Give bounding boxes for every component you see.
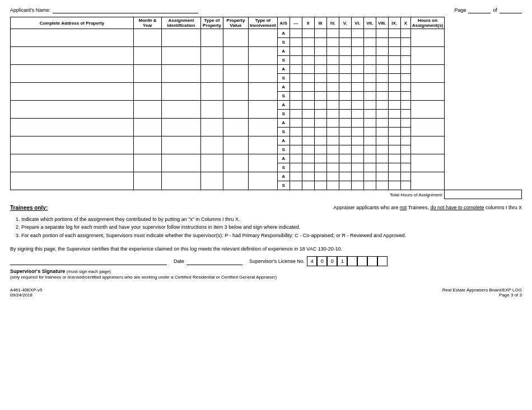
property-value-cell[interactable]	[223, 172, 249, 190]
roman-cell[interactable]	[351, 110, 363, 119]
roman-cell[interactable]	[314, 136, 326, 145]
roman-cell[interactable]	[351, 74, 363, 83]
roman-cell[interactable]	[363, 92, 376, 101]
roman-cell[interactable]	[302, 154, 314, 163]
roman-cell[interactable]	[400, 163, 410, 172]
month-cell[interactable]	[134, 101, 162, 119]
roman-cell[interactable]	[376, 74, 388, 83]
roman-cell[interactable]	[314, 128, 326, 136]
roman-cell[interactable]	[376, 38, 388, 47]
address-cell[interactable]	[11, 47, 134, 65]
roman-cell[interactable]	[351, 181, 363, 190]
roman-cell[interactable]	[351, 83, 363, 92]
type-involvement-cell[interactable]	[249, 136, 278, 154]
roman-cell[interactable]	[339, 92, 351, 101]
roman-cell[interactable]	[290, 163, 302, 172]
property-value-cell[interactable]	[223, 119, 249, 136]
roman-cell[interactable]	[376, 181, 388, 190]
month-cell[interactable]	[134, 47, 162, 65]
address-cell[interactable]	[11, 136, 134, 154]
roman-cell[interactable]	[326, 172, 339, 181]
assignment-cell[interactable]	[162, 172, 201, 190]
roman-cell[interactable]	[290, 92, 302, 101]
address-cell[interactable]	[11, 172, 134, 190]
roman-cell[interactable]	[339, 74, 351, 83]
type-property-cell[interactable]	[201, 83, 223, 101]
roman-cell[interactable]	[363, 83, 376, 92]
property-value-cell[interactable]	[223, 101, 249, 119]
roman-cell[interactable]	[339, 119, 351, 128]
month-cell[interactable]	[134, 119, 162, 136]
roman-cell[interactable]	[290, 154, 302, 163]
roman-cell[interactable]	[314, 110, 326, 119]
roman-cell[interactable]	[363, 128, 376, 136]
roman-cell[interactable]	[290, 65, 302, 74]
roman-cell[interactable]	[400, 119, 410, 128]
address-cell[interactable]	[11, 83, 134, 101]
roman-cell[interactable]	[302, 47, 314, 56]
roman-cell[interactable]	[351, 163, 363, 172]
roman-cell[interactable]	[326, 181, 339, 190]
roman-cell[interactable]	[339, 145, 351, 154]
signature-line[interactable]	[10, 257, 167, 265]
type-property-cell[interactable]	[201, 29, 223, 47]
roman-cell[interactable]	[351, 119, 363, 128]
hours-cell[interactable]	[410, 154, 445, 172]
roman-cell[interactable]	[339, 172, 351, 181]
roman-cell[interactable]	[314, 101, 326, 110]
roman-cell[interactable]	[388, 47, 400, 56]
roman-cell[interactable]	[339, 65, 351, 74]
roman-cell[interactable]	[388, 163, 400, 172]
hours-cell[interactable]	[410, 101, 445, 119]
roman-cell[interactable]	[290, 172, 302, 181]
assignment-cell[interactable]	[162, 65, 201, 83]
type-involvement-cell[interactable]	[249, 47, 278, 65]
roman-cell[interactable]	[351, 128, 363, 136]
roman-cell[interactable]	[339, 83, 351, 92]
roman-cell[interactable]	[351, 145, 363, 154]
roman-cell[interactable]	[302, 110, 314, 119]
roman-cell[interactable]	[363, 154, 376, 163]
roman-cell[interactable]	[290, 110, 302, 119]
roman-cell[interactable]	[363, 47, 376, 56]
roman-cell[interactable]	[363, 65, 376, 74]
roman-cell[interactable]	[314, 83, 326, 92]
roman-cell[interactable]	[388, 83, 400, 92]
roman-cell[interactable]	[339, 181, 351, 190]
roman-cell[interactable]	[363, 163, 376, 172]
roman-cell[interactable]	[314, 56, 326, 65]
roman-cell[interactable]	[314, 29, 326, 38]
roman-cell[interactable]	[388, 110, 400, 119]
roman-cell[interactable]	[339, 163, 351, 172]
hours-cell[interactable]	[410, 172, 445, 190]
roman-cell[interactable]	[388, 128, 400, 136]
roman-cell[interactable]	[326, 119, 339, 128]
address-cell[interactable]	[11, 29, 134, 47]
type-involvement-cell[interactable]	[249, 29, 278, 47]
roman-cell[interactable]	[314, 38, 326, 47]
roman-cell[interactable]	[326, 38, 339, 47]
roman-cell[interactable]	[302, 128, 314, 136]
roman-cell[interactable]	[400, 29, 410, 38]
type-involvement-cell[interactable]	[249, 101, 278, 119]
roman-cell[interactable]	[376, 145, 388, 154]
roman-cell[interactable]	[363, 145, 376, 154]
roman-cell[interactable]	[400, 145, 410, 154]
roman-cell[interactable]	[400, 74, 410, 83]
roman-cell[interactable]	[326, 154, 339, 163]
roman-cell[interactable]	[388, 172, 400, 181]
roman-cell[interactable]	[400, 92, 410, 101]
roman-cell[interactable]	[400, 65, 410, 74]
roman-cell[interactable]	[339, 101, 351, 110]
hours-cell[interactable]	[410, 136, 445, 154]
roman-cell[interactable]	[326, 128, 339, 136]
roman-cell[interactable]	[290, 101, 302, 110]
month-cell[interactable]	[134, 154, 162, 172]
roman-cell[interactable]	[314, 181, 326, 190]
roman-cell[interactable]	[314, 65, 326, 74]
roman-cell[interactable]	[339, 136, 351, 145]
hours-cell[interactable]	[410, 65, 445, 83]
roman-cell[interactable]	[363, 172, 376, 181]
roman-cell[interactable]	[314, 163, 326, 172]
roman-cell[interactable]	[326, 65, 339, 74]
